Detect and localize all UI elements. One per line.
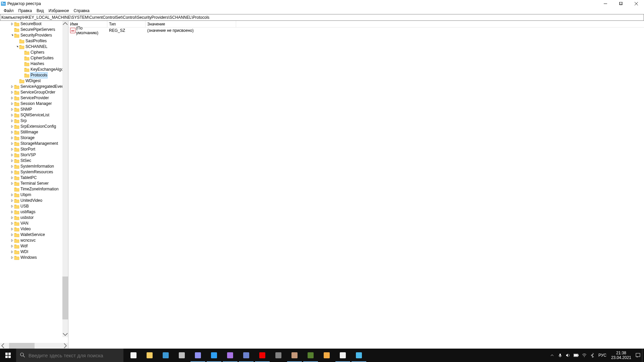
menu-favorites[interactable]: Избранное [46,8,71,14]
address-bar[interactable] [0,14,644,21]
tree-item[interactable]: Wdf [0,243,68,249]
tree-item[interactable]: Protocols [0,72,68,78]
photoshop-icon[interactable] [206,349,222,362]
tree-item[interactable]: VAN [0,221,68,226]
chevron-right-icon[interactable] [10,165,14,169]
chevron-right-icon[interactable] [10,147,14,152]
tree-item[interactable]: Hashes [0,61,68,67]
yandex-browser-icon[interactable] [254,349,270,362]
chevron-right-icon[interactable] [10,227,14,231]
file-explorer-icon[interactable] [142,349,158,362]
tree-item[interactable]: SecurityProviders [0,33,68,38]
menu-view[interactable]: Вид [34,8,46,14]
tray-volume-icon[interactable] [564,349,572,362]
app-n-icon[interactable] [270,349,286,362]
tree-item[interactable]: StorVSP [0,152,68,158]
tree-item[interactable]: Windows [0,255,68,260]
tree-item[interactable]: CipherSuites [0,55,68,61]
tree-item[interactable]: ServiceProvider [0,95,68,101]
tree-item[interactable]: SecureBoot [0,21,68,27]
chevron-right-icon[interactable] [10,250,14,254]
tray-bluetooth-icon[interactable] [588,349,596,362]
task-manager-icon[interactable] [158,349,174,362]
tree-item[interactable]: TimeZoneInformation [0,186,68,192]
registry-tree[interactable]: SecureBootSecurePipeServersSecurityProvi… [0,21,68,260]
tree-item[interactable]: Video [0,226,68,232]
chevron-right-icon[interactable] [10,216,14,220]
menu-help[interactable]: Справка [71,8,92,14]
chevron-right-icon[interactable] [10,119,14,123]
tree-item[interactable]: SCHANNEL [0,44,68,50]
taskbar-search-input[interactable] [29,353,119,358]
scroll-left-icon[interactable] [0,343,6,349]
tree-item[interactable]: TabletPC [0,175,68,181]
tree-item[interactable]: SecurePipeServers [0,27,68,33]
tree-horizontal-scrollbar[interactable] [0,343,68,349]
minimize-button[interactable] [598,0,613,7]
chevron-right-icon[interactable] [10,256,14,260]
scroll-right-icon[interactable] [62,343,68,349]
tree-item[interactable]: StSec [0,158,68,164]
start-button[interactable] [0,349,16,362]
tree-item[interactable]: WalletService [0,232,68,238]
chevron-right-icon[interactable] [10,113,14,117]
regedit-icon[interactable] [351,349,367,362]
tray-notifications-icon[interactable] [634,349,642,362]
tree-item[interactable]: KeyExchangeAlgo [0,67,68,72]
tray-chevron-up-icon[interactable] [548,349,556,362]
tray-microphone-icon[interactable] [556,349,564,362]
chevron-right-icon[interactable] [10,136,14,140]
tray-clock[interactable]: 21:38 23.04.2021 [608,351,634,360]
scroll-thumb[interactable] [62,277,68,319]
tree-item[interactable]: Session Manager [0,101,68,107]
chevron-right-icon[interactable] [10,170,14,174]
chevron-right-icon[interactable] [10,96,14,100]
col-value[interactable]: Значение [146,21,236,27]
chevron-right-icon[interactable] [10,222,14,226]
chevron-right-icon[interactable] [10,199,14,203]
tray-wifi-icon[interactable] [580,349,588,362]
settings-icon[interactable] [335,349,351,362]
scroll-up-icon[interactable] [62,21,68,26]
tree-item[interactable]: SNMP [0,107,68,112]
chevron-right-icon[interactable] [10,85,14,89]
after-effects-icon[interactable] [190,349,206,362]
chevron-down-icon[interactable] [15,45,19,49]
chevron-right-icon[interactable] [10,159,14,163]
task-view-icon[interactable] [125,349,142,362]
tree-item[interactable]: Ciphers [0,50,68,55]
tree-item[interactable]: USB [0,203,68,209]
tree-item[interactable]: ServiceGroupOrder [0,89,68,95]
scroll-thumb-h[interactable] [9,343,35,349]
tree-item[interactable]: StorageManagement [0,141,68,146]
tree-item[interactable]: UnitedVideo [0,198,68,203]
chevron-right-icon[interactable] [10,193,14,197]
video-editor-icon[interactable] [174,349,190,362]
chevron-right-icon[interactable] [10,90,14,95]
address-input[interactable] [0,15,644,20]
tree-item[interactable]: SaslProfiles [0,38,68,44]
chevron-right-icon[interactable] [10,22,14,26]
tree-item[interactable]: SrpExtensionConfig [0,124,68,129]
taskbar-search[interactable] [16,349,123,362]
scroll-down-icon[interactable] [62,331,68,337]
memu-icon[interactable] [319,349,335,362]
tree-item[interactable]: Ubpm [0,192,68,198]
minecraft-icon[interactable] [303,349,319,362]
col-type[interactable]: Тип [107,21,146,27]
list-row[interactable]: (По умолчанию)REG_SZ(значение не присвое… [68,27,644,34]
chevron-right-icon[interactable] [10,102,14,106]
tree-item[interactable]: SystemResources [0,169,68,175]
discord-icon[interactable] [238,349,254,362]
tree-item[interactable]: StillImage [0,129,68,135]
tree-vertical-scrollbar[interactable] [62,21,68,337]
chevron-right-icon[interactable] [10,233,14,237]
chevron-right-icon[interactable] [10,125,14,129]
chevron-right-icon[interactable] [10,244,14,248]
tree-item[interactable]: SystemInformation [0,164,68,169]
chevron-right-icon[interactable] [10,182,14,186]
tree-item[interactable]: Srp [0,118,68,124]
show-desktop-button[interactable] [642,349,644,362]
chevron-right-icon[interactable] [10,176,14,180]
menu-file[interactable]: Файл [1,8,16,14]
